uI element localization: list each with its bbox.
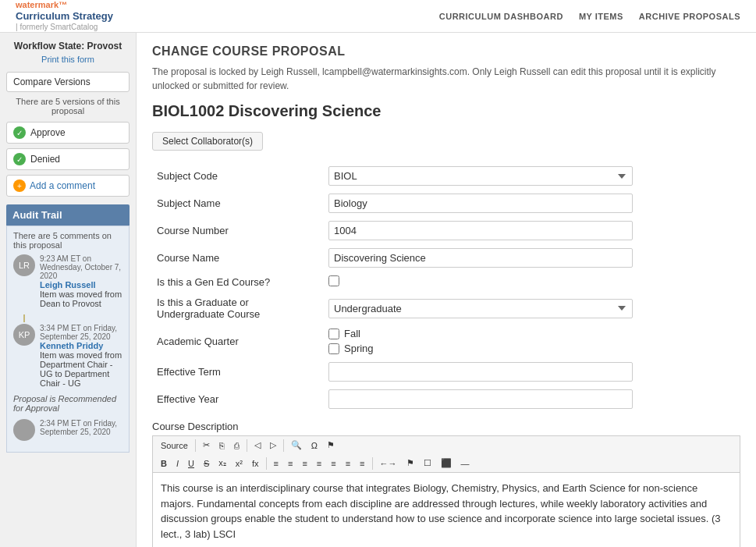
toolbar-sep-1 [195, 439, 196, 452]
toolbar-underline-btn[interactable]: U [184, 457, 198, 470]
toolbar-outdent-btn[interactable]: ≡ [313, 457, 325, 470]
approve-button[interactable]: ✓ Approve [6, 122, 130, 144]
avatar-3 [13, 419, 35, 441]
denied-button[interactable]: ✓ Denied [6, 148, 130, 170]
course-number-row: Course Number [152, 217, 740, 244]
gen-ed-checkbox[interactable] [328, 275, 339, 286]
toolbar-anchor-btn[interactable]: ⚑ [403, 456, 418, 470]
nav-curriculum-dashboard[interactable]: CURRICULUM DASHBOARD [439, 12, 563, 21]
toolbar-redo-btn[interactable]: ▷ [266, 439, 280, 452]
gen-ed-label: Is this a Gen Ed Course? [152, 272, 324, 293]
spring-checkbox-row: Spring [328, 343, 736, 354]
toolbar-ol-btn[interactable]: ≡ [270, 457, 282, 470]
editor-toolbar-row2: B I U S x₂ x² fx ≡ ≡ ≡ ≡ ≡ ≡ ≡ ←→ ⚑ ☐ ⬛ [152, 454, 740, 472]
toolbar-table-btn[interactable]: ⬛ [437, 456, 456, 470]
toolbar-strikethrough-btn[interactable]: S [200, 457, 213, 470]
nav-my-items[interactable]: MY ITEMS [579, 12, 623, 21]
toolbar-align-center-btn[interactable]: ≡ [342, 457, 354, 470]
toolbar-special-char-btn[interactable]: Ω [307, 439, 321, 452]
toolbar-italic-btn[interactable]: I [172, 457, 183, 470]
denied-icon: ✓ [13, 153, 26, 165]
course-name-input[interactable] [328, 248, 633, 268]
audit-entry-2-content: 3:34 PM ET on Friday, September 25, 2020… [40, 324, 122, 388]
toolbar-sep-5 [372, 457, 373, 470]
effective-term-input[interactable] [328, 362, 633, 382]
audit-entry-3: 2:34 PM ET on Friday, September 25, 2020 [13, 419, 122, 441]
subject-code-select[interactable]: BIOL CHEM PHYS MATH [328, 166, 633, 186]
brand-logo: watermark™ Curriculum Strategy | formerl… [16, 0, 113, 32]
audit-comments-count: There are 5 comments on this proposal [13, 231, 122, 250]
effective-term-label: Effective Term [152, 358, 324, 385]
lock-notice: The proposal is locked by Leigh Russell,… [152, 65, 740, 93]
avatar-leigh: LR [13, 254, 35, 276]
toolbar-bold-btn[interactable]: B [157, 457, 171, 470]
subject-code-row: Subject Code BIOL CHEM PHYS MATH [152, 162, 740, 190]
brand-watermark: watermark™ [16, 0, 113, 10]
toolbar-indent-btn[interactable]: ≡ [298, 457, 311, 470]
academic-quarter-row: Academic Quarter Fall Spring [152, 324, 740, 358]
toolbar-fx-btn[interactable]: fx [248, 457, 263, 470]
toolbar-link-btn[interactable]: ←→ [376, 457, 401, 470]
print-link[interactable]: Print this form [6, 55, 130, 64]
gen-ed-row: Is this a Gen Ed Course? [152, 272, 740, 293]
audit-user-1[interactable]: Leigh Russell [40, 280, 122, 289]
fall-label: Fall [344, 328, 360, 339]
toolbar-flag-btn[interactable]: ⚑ [323, 439, 339, 452]
audit-timestamp-1: 9:23 AM ET on Wednesday, October 7, 2020 [40, 254, 122, 280]
subject-name-input[interactable] [328, 194, 633, 213]
page-title: CHANGE COURSE PROPOSAL [152, 44, 740, 59]
compare-versions-button[interactable]: Compare Versions [6, 72, 130, 92]
denied-label: Denied [30, 154, 60, 165]
toolbar-copy-btn[interactable]: ⎘ [215, 439, 229, 452]
audit-trail-header: Audit Trail [6, 204, 130, 226]
effective-year-label: Effective Year [152, 385, 324, 413]
fall-checkbox[interactable] [328, 329, 339, 339]
add-comment-button[interactable]: + Add a comment [6, 175, 130, 197]
proposal-recommended-text: Proposal is Recommended for Approval [13, 394, 122, 413]
subject-name-row: Subject Name [152, 190, 740, 217]
course-desc-label: Course Description [152, 421, 740, 432]
toolbar-image-btn[interactable]: ☐ [420, 456, 435, 470]
brand: watermark™ Curriculum Strategy | formerl… [16, 0, 113, 32]
course-description-section: Course Description Source ✂ ⎘ ⎙ ◁ ▷ 🔍 Ω … [152, 421, 740, 547]
select-collaborators-button[interactable]: Select Collaborator(s) [152, 132, 263, 151]
add-comment-label: Add a comment [30, 180, 95, 191]
course-number-input[interactable] [328, 221, 633, 240]
toolbar-subscript-btn[interactable]: x₂ [215, 456, 230, 470]
toolbar-undo-btn[interactable]: ◁ [250, 439, 264, 452]
audit-entry-3-content: 2:34 PM ET on Friday, September 25, 2020 [40, 419, 122, 436]
main-container: Workflow State: Provost Print this form … [0, 33, 756, 547]
subject-code-label: Subject Code [152, 162, 324, 190]
editor-content[interactable]: This course is an interdisciplinary cour… [152, 472, 740, 547]
fall-checkbox-row: Fall [328, 328, 736, 339]
toolbar-source-btn[interactable]: Source [157, 439, 192, 452]
toolbar-superscript-btn[interactable]: x² [232, 457, 247, 470]
effective-year-input[interactable] [328, 389, 633, 409]
audit-user-2[interactable]: Kenneth Priddy [40, 341, 122, 350]
toolbar-sep-3 [283, 439, 284, 452]
toolbar-cut-btn[interactable]: ✂ [199, 439, 214, 452]
audit-divider-1 [23, 314, 122, 322]
top-nav: watermark™ Curriculum Strategy | formerl… [0, 0, 756, 33]
nav-archive-proposals[interactable]: ARCHIVE PROPOSALS [639, 12, 740, 21]
grad-undergrad-select[interactable]: Undergraduate Graduate [328, 299, 633, 318]
spring-checkbox[interactable] [328, 343, 339, 354]
audit-entry-2: KP 3:34 PM ET on Friday, September 25, 2… [13, 324, 122, 388]
toolbar-search-btn[interactable]: 🔍 [287, 439, 306, 452]
audit-timestamp-2: 3:34 PM ET on Friday, September 25, 2020 [40, 324, 122, 341]
toolbar-sep-2 [247, 439, 247, 452]
nav-links: CURRICULUM DASHBOARD MY ITEMS ARCHIVE PR… [439, 12, 740, 21]
effective-term-row: Effective Term [152, 358, 740, 385]
form-table: Subject Code BIOL CHEM PHYS MATH Subject… [152, 162, 740, 413]
versions-text: There are 5 versions of this proposal [6, 97, 130, 115]
audit-trail-body: There are 5 comments on this proposal LR… [6, 226, 130, 453]
toolbar-ul-btn[interactable]: ≡ [284, 457, 296, 470]
toolbar-align-right-btn[interactable]: ≡ [356, 457, 368, 470]
audit-entry-1-content: 9:23 AM ET on Wednesday, October 7, 2020… [40, 254, 122, 308]
grad-undergrad-label: Is this a Graduate or Undergraduate Cour… [152, 293, 324, 324]
toolbar-paste-btn[interactable]: ⎙ [230, 439, 243, 452]
main-content: CHANGE COURSE PROPOSAL The proposal is l… [137, 33, 756, 547]
editor-toolbar-row1: Source ✂ ⎘ ⎙ ◁ ▷ 🔍 Ω ⚑ [152, 435, 740, 454]
toolbar-hr-btn[interactable]: — [457, 457, 474, 470]
toolbar-align-left-btn[interactable]: ≡ [327, 457, 339, 470]
